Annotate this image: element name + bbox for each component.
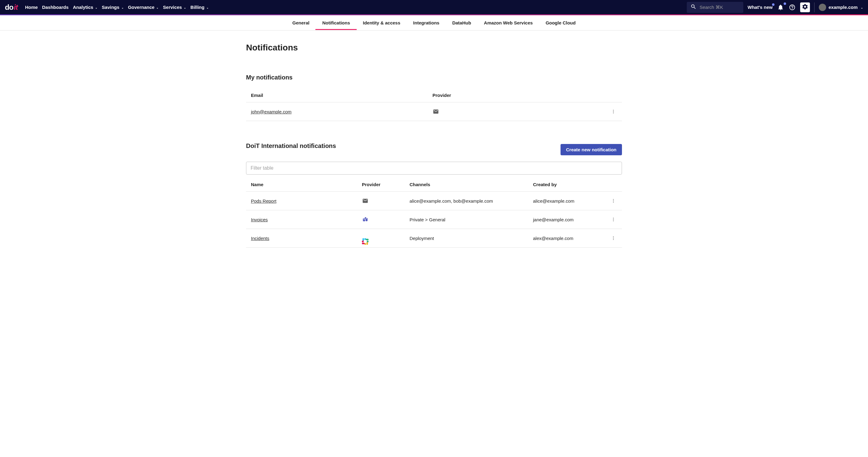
col-provider: Provider bbox=[432, 93, 599, 98]
search-icon bbox=[690, 4, 696, 11]
chevron-down-icon bbox=[121, 6, 124, 9]
notification-name-link[interactable]: Pods Report bbox=[251, 199, 276, 204]
tab-identity-access[interactable]: Identity & access bbox=[363, 16, 400, 30]
email-link[interactable]: john@example.com bbox=[251, 109, 291, 114]
chevron-down-icon bbox=[206, 6, 209, 9]
notification-dot-icon bbox=[772, 3, 774, 6]
page-content: Notifications My notifications Email Pro… bbox=[246, 31, 622, 266]
row-menu-button[interactable] bbox=[610, 197, 617, 205]
my-notifications-title: My notifications bbox=[246, 74, 622, 81]
table-row: Pods Reportalice@example.com, bob@exampl… bbox=[246, 192, 622, 210]
col-name: Name bbox=[251, 182, 362, 187]
tab-notifications[interactable]: Notifications bbox=[322, 16, 350, 30]
chevron-down-icon bbox=[860, 6, 863, 9]
settings-tabs: GeneralNotificationsIdentity & accessInt… bbox=[0, 15, 868, 31]
table-row: InvoicesPrivate > Generaljane@example.co… bbox=[246, 210, 622, 229]
chevron-down-icon bbox=[156, 6, 159, 9]
filter-input[interactable] bbox=[246, 162, 622, 175]
table-row: john@example.com bbox=[246, 102, 622, 121]
tab-datahub[interactable]: DataHub bbox=[452, 16, 471, 30]
col-created-by: Created by bbox=[533, 182, 599, 187]
channels-cell: Private > General bbox=[409, 217, 533, 222]
table-header: Name Provider Channels Created by bbox=[246, 178, 622, 192]
email-icon bbox=[362, 197, 369, 204]
notification-dot-icon bbox=[784, 2, 786, 5]
nav-savings[interactable]: Savings bbox=[102, 5, 124, 10]
gear-icon bbox=[802, 3, 808, 11]
nav-home[interactable]: Home bbox=[25, 5, 38, 10]
user-menu[interactable]: example.com bbox=[819, 4, 863, 11]
primary-nav: HomeDashboardsAnalyticsSavingsGovernance… bbox=[25, 5, 209, 10]
nav-billing[interactable]: Billing bbox=[190, 5, 209, 10]
tab-general[interactable]: General bbox=[292, 16, 310, 30]
col-channels: Channels bbox=[409, 182, 533, 187]
tab-integrations[interactable]: Integrations bbox=[413, 16, 439, 30]
avatar bbox=[819, 4, 826, 11]
bell-icon[interactable] bbox=[777, 4, 784, 11]
create-notification-button[interactable]: Create new notification bbox=[561, 144, 622, 155]
row-menu-button[interactable] bbox=[610, 108, 617, 115]
org-notifications-table: Name Provider Channels Created by Pods R… bbox=[246, 178, 622, 248]
row-menu-button[interactable] bbox=[610, 235, 617, 242]
topbar: doit HomeDashboardsAnalyticsSavingsGover… bbox=[0, 0, 868, 15]
chevron-down-icon bbox=[94, 6, 97, 9]
tab-google-cloud[interactable]: Google Cloud bbox=[546, 16, 576, 30]
col-provider: Provider bbox=[362, 182, 409, 187]
created-by-cell: alice@example.com bbox=[533, 199, 599, 204]
search-placeholder: Search ⌘K bbox=[700, 5, 723, 10]
nav-governance[interactable]: Governance bbox=[128, 5, 159, 10]
created-by-cell: jane@example.com bbox=[533, 217, 599, 222]
whats-new-link[interactable]: What's new bbox=[748, 5, 773, 10]
table-row: IncidentsDeploymentalex@example.com bbox=[246, 229, 622, 248]
nav-analytics[interactable]: Analytics bbox=[73, 5, 97, 10]
teams-icon bbox=[362, 216, 369, 223]
username: example.com bbox=[829, 5, 858, 10]
notification-name-link[interactable]: Invoices bbox=[251, 217, 268, 222]
nav-services[interactable]: Services bbox=[163, 5, 186, 10]
settings-button[interactable] bbox=[800, 2, 810, 12]
page-title: Notifications bbox=[246, 43, 622, 53]
tab-amazon-web-services[interactable]: Amazon Web Services bbox=[484, 16, 533, 30]
nav-dashboards[interactable]: Dashboards bbox=[42, 5, 69, 10]
email-icon bbox=[432, 108, 439, 115]
chevron-down-icon bbox=[183, 6, 186, 9]
search-input[interactable]: Search ⌘K bbox=[687, 2, 743, 13]
channels-cell: Deployment bbox=[409, 236, 533, 241]
logo[interactable]: doit bbox=[5, 3, 18, 11]
created-by-cell: alex@example.com bbox=[533, 236, 599, 241]
divider bbox=[814, 2, 814, 12]
my-notifications-table: Email Provider john@example.com bbox=[246, 88, 622, 121]
help-icon[interactable] bbox=[788, 4, 796, 11]
channels-cell: alice@example.com, bob@example.com bbox=[409, 199, 533, 204]
table-header: Email Provider bbox=[246, 88, 622, 102]
org-notifications-title: DoiT International notifications bbox=[246, 143, 336, 150]
row-menu-button[interactable] bbox=[610, 216, 617, 223]
col-email: Email bbox=[251, 93, 432, 98]
notification-name-link[interactable]: Incidents bbox=[251, 236, 269, 241]
